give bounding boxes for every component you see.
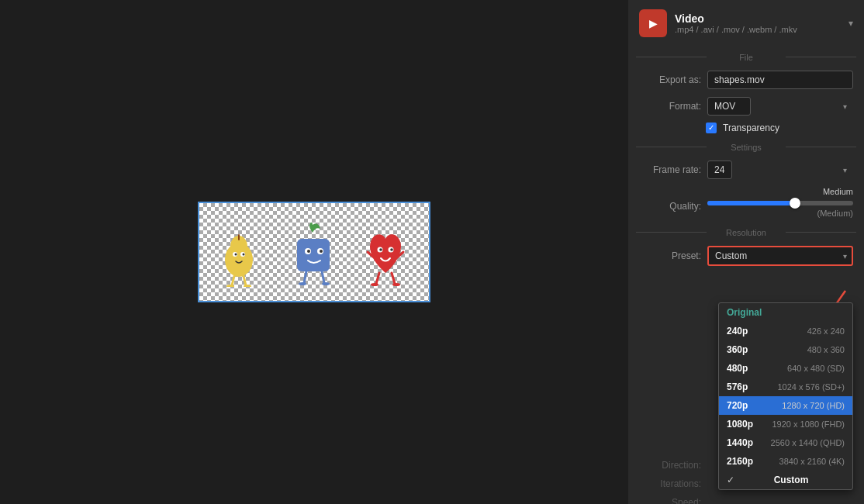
- transparency-row: ✓ Transparency: [628, 119, 864, 136]
- quality-slider-area: Medium (Medium): [707, 187, 853, 218]
- svg-line-16: [304, 271, 306, 283]
- quality-label: Quality:: [639, 187, 701, 212]
- format-select[interactable]: MOV MP4 AVI WEBM MKV: [707, 97, 751, 116]
- box-character: [291, 217, 337, 287]
- 480p-label: 480p: [727, 363, 748, 374]
- svg-point-18: [299, 282, 306, 285]
- 576p-label: 576p: [727, 381, 748, 392]
- svg-point-5: [235, 254, 237, 256]
- preset-select-wrapper: Custom Original 240p 360p 480p 576p 720p…: [707, 246, 853, 266]
- quality-below-label: (Medium): [707, 209, 853, 218]
- settings-section-label: Settings: [628, 136, 864, 157]
- video-type-header[interactable]: ▶ Video .mp4 / .avi / .mov / .webm / .mk…: [628, 0, 864, 47]
- svg-point-26: [371, 283, 378, 286]
- video-type-left: ▶ Video .mp4 / .avi / .mov / .webm / .mk…: [639, 9, 797, 37]
- svg-point-19: [322, 282, 330, 285]
- original-label: Original: [727, 307, 762, 318]
- dropdown-item-2160p[interactable]: 2160p 3840 x 2160 (4K): [719, 452, 852, 471]
- dropdown-item-576p[interactable]: 576p 1024 x 576 (SD+): [719, 378, 852, 396]
- quality-slider-track[interactable]: [707, 201, 853, 205]
- characters-container: [199, 203, 429, 301]
- svg-line-25: [392, 273, 395, 284]
- right-panel: ▶ Video .mp4 / .avi / .mov / .webm / .mk…: [628, 0, 864, 504]
- dropdown-item-480p[interactable]: 480p 640 x 480 (SD): [719, 359, 852, 378]
- preset-select[interactable]: Custom Original 240p 360p 480p 576p 720p…: [707, 246, 853, 266]
- iterations-label: Iterations:: [639, 478, 701, 489]
- 360p-size: 480 x 360: [807, 345, 845, 354]
- direction-label: Direction:: [639, 460, 701, 471]
- frame-rate-select-wrapper: 24 30 60: [707, 161, 853, 179]
- dropdown-item-1440p[interactable]: 1440p 2560 x 1440 (QHD): [719, 433, 852, 452]
- format-row: Format: MOV MP4 AVI WEBM MKV: [628, 93, 864, 119]
- svg-point-14: [307, 250, 310, 253]
- svg-point-6: [243, 254, 245, 256]
- 720p-size: 1280 x 720 (HD): [782, 401, 845, 410]
- dropdown-item-1080p[interactable]: 1080p 1920 x 1080 (FHD): [719, 415, 852, 433]
- transparency-label: Transparency: [723, 123, 779, 133]
- 1080p-label: 1080p: [727, 419, 753, 430]
- dropdown-item-240p[interactable]: 240p 426 x 240: [719, 322, 852, 340]
- frame-rate-select[interactable]: 24 30 60: [707, 161, 732, 179]
- 720p-label: 720p: [727, 400, 748, 411]
- format-select-wrapper: MOV MP4 AVI WEBM MKV: [707, 97, 853, 116]
- svg-line-24: [376, 273, 379, 284]
- 480p-size: 640 x 480 (SD): [787, 364, 845, 373]
- preview-area: [0, 0, 628, 504]
- speed-row: Speed:: [628, 493, 864, 504]
- svg-rect-11: [297, 239, 330, 271]
- 2160p-label: 2160p: [727, 456, 753, 467]
- dropdown-item-360p[interactable]: 360p 480 x 360: [719, 340, 852, 359]
- export-as-input[interactable]: [707, 71, 853, 89]
- svg-point-23: [390, 248, 393, 251]
- pear-character: [219, 217, 266, 287]
- speed-label: Speed:: [639, 497, 701, 504]
- video-type-title: Video: [675, 12, 797, 25]
- dropdown-item-original[interactable]: Original: [719, 303, 852, 322]
- video-type-info: Video .mp4 / .avi / .mov / .webm / .mkv: [675, 12, 797, 34]
- custom-checkmark: ✓: [727, 475, 734, 485]
- preset-label: Preset:: [639, 250, 701, 261]
- 1440p-size: 2560 x 1440 (QHD): [771, 438, 845, 447]
- chevron-down-icon[interactable]: ▾: [848, 18, 853, 29]
- 360p-label: 360p: [727, 344, 748, 355]
- svg-line-8: [244, 276, 246, 285]
- export-as-row: Export as:: [628, 67, 864, 93]
- 240p-label: 240p: [727, 326, 748, 337]
- frame-rate-label: Frame rate:: [639, 164, 701, 175]
- quality-row: Quality: Medium (Medium): [628, 183, 864, 222]
- quality-medium-label: Medium: [707, 187, 853, 196]
- svg-rect-2: [238, 234, 240, 240]
- resolution-section-label: Resolution: [628, 222, 864, 242]
- custom-label: Custom: [774, 475, 809, 485]
- preset-row: Preset: Custom Original 240p 360p 480p 5…: [628, 242, 864, 270]
- video-icon-box: ▶: [639, 9, 667, 37]
- frame-rate-row: Frame rate: 24 30 60: [628, 157, 864, 183]
- format-label: Format:: [639, 101, 701, 112]
- svg-point-15: [320, 250, 323, 253]
- transparency-checkbox[interactable]: ✓: [706, 123, 717, 133]
- heart-character: [362, 217, 409, 287]
- canvas-container: [198, 202, 430, 302]
- 1080p-size: 1920 x 1080 (FHD): [772, 419, 845, 429]
- dropdown-item-720p[interactable]: 720p 1280 x 720 (HD): [719, 396, 852, 415]
- export-as-label: Export as:: [639, 74, 701, 85]
- dropdown-item-custom[interactable]: ✓ Custom: [719, 471, 852, 489]
- check-icon: ✓: [708, 124, 714, 132]
- 2160p-size: 3840 x 2160 (4K): [779, 457, 845, 466]
- quality-slider-fill: [707, 201, 795, 205]
- svg-line-7: [232, 276, 234, 285]
- file-section-label: File: [628, 47, 864, 67]
- 576p-size: 1024 x 576 (SD+): [777, 382, 845, 392]
- video-type-ext: .mp4 / .avi / .mov / .webm / .mkv: [675, 25, 797, 34]
- svg-point-22: [379, 248, 382, 251]
- svg-point-27: [392, 283, 400, 286]
- 240p-size: 426 x 240: [807, 326, 845, 336]
- quality-slider-thumb[interactable]: [790, 198, 800, 209]
- play-icon: ▶: [649, 17, 658, 29]
- 1440p-label: 1440p: [727, 437, 753, 448]
- svg-line-17: [322, 271, 324, 283]
- resolution-dropdown: Original 240p 426 x 240 360p 480 x 360 4…: [718, 302, 853, 490]
